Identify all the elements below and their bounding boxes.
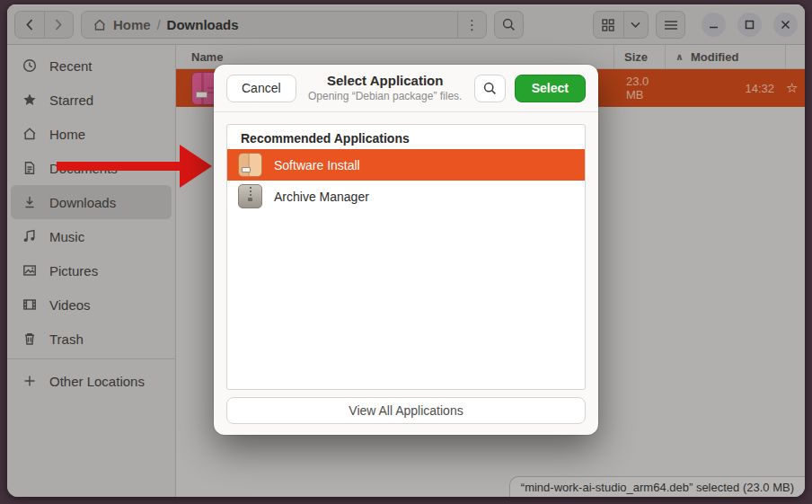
dialog-search-button[interactable] xyxy=(474,75,506,102)
sidebar-item-label: Trash xyxy=(49,332,84,347)
sort-ascending-icon: ∧ xyxy=(675,51,684,63)
dialog-title: Select Application xyxy=(305,73,465,90)
sidebar-separator xyxy=(7,358,175,359)
chevron-right-icon xyxy=(55,19,62,31)
star-icon xyxy=(22,93,37,107)
music-note-icon xyxy=(22,229,37,243)
view-all-applications-button[interactable]: View All Applications xyxy=(226,397,586,424)
magnifier-icon xyxy=(483,82,497,95)
column-header-modified[interactable]: ∧ Modified xyxy=(666,50,785,64)
dialog-body: Recommended Applications Software Instal… xyxy=(214,112,598,435)
chevron-down-icon xyxy=(631,22,640,28)
sidebar-item-pictures[interactable]: Pictures xyxy=(11,253,172,287)
home-icon xyxy=(22,127,37,141)
grid-view-icon xyxy=(602,19,614,31)
red-arrow-annotation xyxy=(49,135,220,198)
trash-icon xyxy=(22,332,37,346)
download-icon xyxy=(22,195,37,209)
software-install-icon xyxy=(238,153,262,177)
maximize-icon xyxy=(745,20,755,30)
close-button[interactable] xyxy=(773,13,798,37)
forward-button[interactable] xyxy=(45,12,74,38)
nav-button-group xyxy=(14,11,74,39)
headerbar: Home / Downloads ⋮ xyxy=(7,4,805,45)
view-toggle-group xyxy=(593,11,649,39)
maximize-button[interactable] xyxy=(737,13,762,37)
path-menu-button[interactable]: ⋮ xyxy=(457,12,486,38)
sidebar-item-trash[interactable]: Trash xyxy=(11,322,172,356)
minimize-button[interactable] xyxy=(702,13,726,37)
sidebar: Recent Starred Home Documents Downloads … xyxy=(7,45,176,497)
application-list: Recommended Applications Software Instal… xyxy=(226,124,586,390)
clock-icon xyxy=(22,58,37,73)
document-icon xyxy=(22,161,37,175)
hamburger-menu-button[interactable] xyxy=(656,11,685,39)
chevron-left-icon xyxy=(26,19,33,31)
sidebar-item-music[interactable]: Music xyxy=(11,219,172,253)
grid-view-button[interactable] xyxy=(594,12,623,38)
sidebar-item-label: Starred xyxy=(49,93,93,108)
column-divider xyxy=(785,45,786,68)
breadcrumb-home[interactable]: Home xyxy=(113,17,151,32)
sidebar-item-label: Music xyxy=(49,229,84,244)
breadcrumb-separator: / xyxy=(157,18,161,32)
sidebar-item-videos[interactable]: Videos xyxy=(11,287,172,322)
close-icon xyxy=(781,20,790,30)
plus-icon xyxy=(22,374,37,388)
archive-manager-icon xyxy=(238,184,262,208)
column-header-name[interactable]: Name xyxy=(176,50,613,64)
sidebar-item-starred[interactable]: Starred xyxy=(11,83,172,117)
sidebar-item-label: Recent xyxy=(49,58,93,74)
status-text: “mind-work-ai-studio_arm64.deb” selected… xyxy=(521,481,794,494)
column-header-size[interactable]: Size xyxy=(614,50,665,64)
film-icon xyxy=(22,297,37,312)
sidebar-item-label: Other Locations xyxy=(49,374,145,389)
search-button[interactable] xyxy=(494,11,524,39)
app-name: Software Install xyxy=(274,158,360,172)
select-button[interactable]: Select xyxy=(515,75,586,102)
sidebar-item-label: Pictures xyxy=(49,263,98,279)
view-options-button[interactable] xyxy=(624,12,648,38)
sidebar-item-other-locations[interactable]: Other Locations xyxy=(11,364,172,398)
minimize-icon xyxy=(709,20,719,30)
app-name: Archive Manager xyxy=(274,190,369,204)
hamburger-menu-icon xyxy=(665,21,677,30)
sidebar-item-label: Videos xyxy=(49,297,91,313)
breadcrumb-current[interactable]: Downloads xyxy=(167,17,239,32)
back-button[interactable] xyxy=(15,12,44,38)
sidebar-item-recent[interactable]: Recent xyxy=(11,49,172,83)
app-row-archive-manager[interactable]: Archive Manager xyxy=(227,181,585,212)
file-modified-cell: 14:32 xyxy=(666,82,786,95)
file-size-cell: 23.0 MB xyxy=(616,75,666,102)
cancel-button[interactable]: Cancel xyxy=(226,75,296,102)
image-icon xyxy=(22,263,37,278)
dialog-subtitle: Opening “Debian package” files. xyxy=(305,90,465,103)
app-row-software-install[interactable]: Software Install xyxy=(227,149,585,181)
recommended-section-header: Recommended Applications xyxy=(227,125,585,149)
status-bar: “mind-work-ai-studio_arm64.deb” selected… xyxy=(509,476,805,497)
window-controls xyxy=(702,13,798,37)
breadcrumb: Home / Downloads ⋮ xyxy=(81,11,487,39)
dialog-header: Cancel Select Application Opening “Debia… xyxy=(214,65,598,112)
dialog-title-block: Select Application Opening “Debian packa… xyxy=(305,73,465,103)
select-application-dialog: Cancel Select Application Opening “Debia… xyxy=(214,65,598,435)
home-icon xyxy=(93,18,107,32)
magnifier-icon xyxy=(502,18,516,31)
kebab-vertical-icon: ⋮ xyxy=(465,17,479,33)
star-toggle-icon[interactable]: ☆ xyxy=(786,80,805,96)
